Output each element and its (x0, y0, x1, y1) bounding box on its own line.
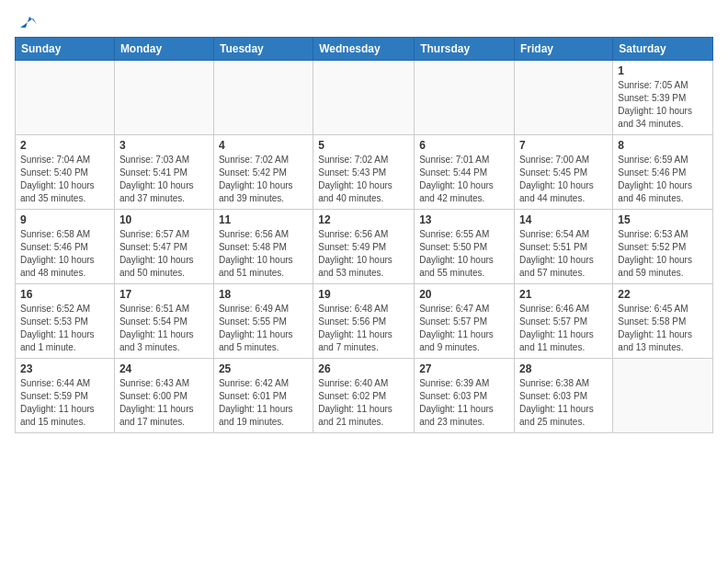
calendar-cell: 27Sunrise: 6:39 AM Sunset: 6:03 PM Dayli… (415, 359, 515, 433)
day-info: Sunrise: 6:40 AM Sunset: 6:02 PM Dayligh… (318, 377, 409, 429)
calendar-header-row: SundayMondayTuesdayWednesdayThursdayFrid… (16, 38, 713, 61)
day-number: 5 (318, 139, 409, 152)
day-info: Sunrise: 6:49 AM Sunset: 5:55 PM Dayligh… (219, 303, 308, 354)
calendar-cell: 9Sunrise: 6:58 AM Sunset: 5:46 PM Daylig… (16, 210, 115, 284)
calendar-cell: 14Sunrise: 6:54 AM Sunset: 5:51 PM Dayli… (515, 210, 613, 284)
day-number: 15 (618, 213, 708, 226)
day-info: Sunrise: 6:45 AM Sunset: 5:58 PM Dayligh… (618, 303, 708, 354)
day-number: 8 (618, 139, 708, 152)
day-number: 24 (119, 362, 209, 375)
day-info: Sunrise: 6:42 AM Sunset: 6:01 PM Dayligh… (219, 377, 308, 429)
day-info: Sunrise: 6:38 AM Sunset: 6:03 PM Dayligh… (519, 377, 608, 429)
day-info: Sunrise: 6:56 AM Sunset: 5:49 PM Dayligh… (318, 228, 409, 280)
calendar-cell: 24Sunrise: 6:43 AM Sunset: 6:00 PM Dayli… (114, 359, 213, 433)
day-info: Sunrise: 7:01 AM Sunset: 5:44 PM Dayligh… (419, 154, 509, 205)
calendar-cell: 21Sunrise: 6:46 AM Sunset: 5:57 PM Dayli… (515, 284, 613, 359)
calendar-cell (16, 61, 115, 135)
calendar-cell (415, 61, 515, 135)
calendar-cell: 2Sunrise: 7:04 AM Sunset: 5:40 PM Daylig… (16, 135, 115, 210)
calendar-cell: 4Sunrise: 7:02 AM Sunset: 5:42 PM Daylig… (213, 135, 313, 210)
day-number: 14 (519, 213, 608, 226)
day-info: Sunrise: 6:55 AM Sunset: 5:50 PM Dayligh… (419, 228, 509, 280)
day-number: 27 (419, 362, 509, 375)
day-info: Sunrise: 6:48 AM Sunset: 5:56 PM Dayligh… (318, 303, 409, 354)
day-info: Sunrise: 7:04 AM Sunset: 5:40 PM Dayligh… (20, 154, 109, 205)
calendar-cell (213, 61, 313, 135)
day-number: 9 (20, 213, 109, 226)
day-info: Sunrise: 6:59 AM Sunset: 5:46 PM Dayligh… (618, 154, 708, 205)
calendar-cell: 20Sunrise: 6:47 AM Sunset: 5:57 PM Dayli… (415, 284, 515, 359)
day-info: Sunrise: 7:02 AM Sunset: 5:43 PM Dayligh… (318, 154, 409, 205)
day-info: Sunrise: 6:58 AM Sunset: 5:46 PM Dayligh… (20, 228, 109, 280)
calendar-weekday-tuesday: Tuesday (213, 38, 313, 61)
calendar-cell: 12Sunrise: 6:56 AM Sunset: 5:49 PM Dayli… (313, 210, 415, 284)
day-info: Sunrise: 7:05 AM Sunset: 5:39 PM Dayligh… (618, 79, 708, 131)
day-number: 21 (519, 288, 608, 301)
calendar-cell (313, 61, 415, 135)
calendar-week-row-4: 16Sunrise: 6:52 AM Sunset: 5:53 PM Dayli… (16, 284, 713, 359)
calendar: SundayMondayTuesdayWednesdayThursdayFrid… (15, 37, 713, 433)
day-number: 23 (20, 362, 109, 375)
calendar-cell: 28Sunrise: 6:38 AM Sunset: 6:03 PM Dayli… (515, 359, 613, 433)
day-info: Sunrise: 6:53 AM Sunset: 5:52 PM Dayligh… (618, 228, 708, 280)
calendar-cell: 17Sunrise: 6:51 AM Sunset: 5:54 PM Dayli… (114, 284, 213, 359)
day-info: Sunrise: 6:57 AM Sunset: 5:47 PM Dayligh… (119, 228, 209, 280)
day-number: 7 (519, 139, 608, 152)
day-number: 1 (618, 64, 708, 77)
calendar-cell: 19Sunrise: 6:48 AM Sunset: 5:56 PM Dayli… (313, 284, 415, 359)
day-number: 19 (318, 288, 409, 301)
calendar-cell: 8Sunrise: 6:59 AM Sunset: 5:46 PM Daylig… (613, 135, 713, 210)
calendar-weekday-monday: Monday (114, 38, 213, 61)
calendar-cell: 16Sunrise: 6:52 AM Sunset: 5:53 PM Dayli… (16, 284, 115, 359)
day-number: 11 (219, 213, 308, 226)
day-info: Sunrise: 6:56 AM Sunset: 5:48 PM Dayligh… (219, 228, 308, 280)
day-number: 20 (419, 288, 509, 301)
svg-marker-0 (20, 17, 37, 28)
day-number: 13 (419, 213, 509, 226)
calendar-cell (613, 359, 713, 433)
calendar-cell: 13Sunrise: 6:55 AM Sunset: 5:50 PM Dayli… (415, 210, 515, 284)
calendar-week-row-3: 9Sunrise: 6:58 AM Sunset: 5:46 PM Daylig… (16, 210, 713, 284)
calendar-cell: 1Sunrise: 7:05 AM Sunset: 5:39 PM Daylig… (613, 61, 713, 135)
day-number: 3 (119, 139, 209, 152)
day-info: Sunrise: 6:52 AM Sunset: 5:53 PM Dayligh… (20, 303, 109, 354)
calendar-cell: 7Sunrise: 7:00 AM Sunset: 5:45 PM Daylig… (515, 135, 613, 210)
calendar-cell: 18Sunrise: 6:49 AM Sunset: 5:55 PM Dayli… (213, 284, 313, 359)
calendar-cell: 23Sunrise: 6:44 AM Sunset: 5:59 PM Dayli… (16, 359, 115, 433)
day-info: Sunrise: 7:02 AM Sunset: 5:42 PM Dayligh… (219, 154, 308, 205)
day-info: Sunrise: 7:03 AM Sunset: 5:41 PM Dayligh… (119, 154, 209, 205)
day-number: 6 (419, 139, 509, 152)
day-info: Sunrise: 6:39 AM Sunset: 6:03 PM Dayligh… (419, 377, 509, 429)
calendar-weekday-saturday: Saturday (613, 38, 713, 61)
day-info: Sunrise: 6:44 AM Sunset: 5:59 PM Dayligh… (20, 377, 109, 429)
calendar-week-row-5: 23Sunrise: 6:44 AM Sunset: 5:59 PM Dayli… (16, 359, 713, 433)
calendar-week-row-1: 1Sunrise: 7:05 AM Sunset: 5:39 PM Daylig… (16, 61, 713, 135)
calendar-cell: 15Sunrise: 6:53 AM Sunset: 5:52 PM Dayli… (613, 210, 713, 284)
day-number: 2 (20, 139, 109, 152)
calendar-cell: 5Sunrise: 7:02 AM Sunset: 5:43 PM Daylig… (313, 135, 415, 210)
day-number: 28 (519, 362, 608, 375)
day-info: Sunrise: 6:47 AM Sunset: 5:57 PM Dayligh… (419, 303, 509, 354)
calendar-weekday-thursday: Thursday (415, 38, 515, 61)
logo-icon (17, 11, 37, 31)
day-number: 12 (318, 213, 409, 226)
calendar-weekday-sunday: Sunday (16, 38, 115, 61)
header (15, 11, 713, 29)
calendar-cell: 22Sunrise: 6:45 AM Sunset: 5:58 PM Dayli… (613, 284, 713, 359)
day-info: Sunrise: 6:43 AM Sunset: 6:00 PM Dayligh… (119, 377, 209, 429)
calendar-weekday-friday: Friday (515, 38, 613, 61)
day-info: Sunrise: 6:51 AM Sunset: 5:54 PM Dayligh… (119, 303, 209, 354)
day-number: 25 (219, 362, 308, 375)
calendar-cell (114, 61, 213, 135)
page: SundayMondayTuesdayWednesdayThursdayFrid… (0, 0, 728, 563)
day-number: 4 (219, 139, 308, 152)
calendar-cell: 11Sunrise: 6:56 AM Sunset: 5:48 PM Dayli… (213, 210, 313, 284)
day-number: 26 (318, 362, 409, 375)
calendar-cell: 10Sunrise: 6:57 AM Sunset: 5:47 PM Dayli… (114, 210, 213, 284)
day-number: 10 (119, 213, 209, 226)
calendar-cell (515, 61, 613, 135)
day-number: 17 (119, 288, 209, 301)
calendar-week-row-2: 2Sunrise: 7:04 AM Sunset: 5:40 PM Daylig… (16, 135, 713, 210)
calendar-cell: 26Sunrise: 6:40 AM Sunset: 6:02 PM Dayli… (313, 359, 415, 433)
day-number: 22 (618, 288, 708, 301)
